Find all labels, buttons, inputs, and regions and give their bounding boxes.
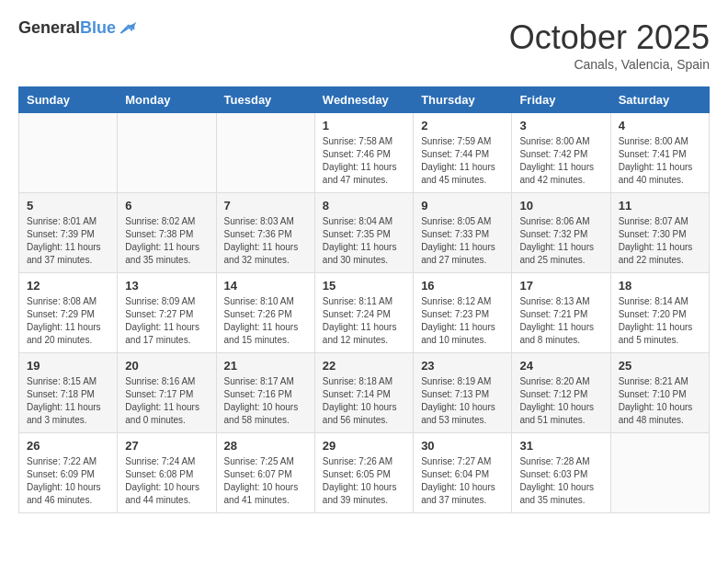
- day-number: 22: [323, 359, 405, 373]
- day-info: Sunrise: 8:00 AMSunset: 7:42 PMDaylight:…: [519, 135, 602, 187]
- logo-text: GeneralBlue: [18, 18, 116, 39]
- calendar-cell: 21Sunrise: 8:17 AMSunset: 7:16 PMDayligh…: [216, 353, 314, 433]
- day-info: Sunrise: 7:58 AMSunset: 7:46 PMDaylight:…: [323, 135, 405, 187]
- day-number: 11: [619, 199, 701, 213]
- day-info: Sunrise: 8:04 AMSunset: 7:35 PMDaylight:…: [323, 215, 405, 267]
- day-number: 5: [27, 199, 109, 213]
- day-info: Sunrise: 8:18 AMSunset: 7:14 PMDaylight:…: [323, 375, 405, 427]
- calendar-cell: 15Sunrise: 8:11 AMSunset: 7:24 PMDayligh…: [314, 273, 413, 353]
- calendar-cell: 25Sunrise: 8:21 AMSunset: 7:10 PMDayligh…: [610, 353, 709, 433]
- day-number: 28: [224, 439, 307, 453]
- calendar-cell: 17Sunrise: 8:13 AMSunset: 7:21 PMDayligh…: [512, 273, 610, 353]
- day-info: Sunrise: 8:13 AMSunset: 7:21 PMDaylight:…: [519, 295, 602, 347]
- day-number: 21: [224, 359, 307, 373]
- day-number: 20: [125, 359, 208, 373]
- calendar-cell: [19, 113, 118, 193]
- day-number: 9: [421, 199, 504, 213]
- day-number: 16: [421, 279, 504, 293]
- calendar-cell: 29Sunrise: 7:26 AMSunset: 6:05 PMDayligh…: [314, 433, 413, 513]
- day-number: 26: [27, 439, 109, 453]
- calendar-cell: 22Sunrise: 8:18 AMSunset: 7:14 PMDayligh…: [314, 353, 413, 433]
- day-number: 6: [125, 199, 208, 213]
- day-number: 31: [519, 439, 602, 453]
- calendar-cell: [118, 113, 216, 193]
- weekday-header: Sunday: [19, 87, 118, 113]
- day-number: 10: [519, 199, 602, 213]
- day-info: Sunrise: 8:09 AMSunset: 7:27 PMDaylight:…: [125, 295, 208, 347]
- location-subtitle: Canals, Valencia, Spain: [509, 57, 710, 72]
- calendar-cell: 1Sunrise: 7:58 AMSunset: 7:46 PMDaylight…: [314, 113, 413, 193]
- calendar-cell: [610, 433, 709, 513]
- day-info: Sunrise: 7:28 AMSunset: 6:03 PMDaylight:…: [519, 455, 602, 507]
- calendar-cell: 31Sunrise: 7:28 AMSunset: 6:03 PMDayligh…: [512, 433, 610, 513]
- day-number: 15: [323, 279, 405, 293]
- day-info: Sunrise: 8:10 AMSunset: 7:26 PMDaylight:…: [224, 295, 307, 347]
- day-number: 30: [421, 439, 504, 453]
- calendar-cell: 6Sunrise: 8:02 AMSunset: 7:38 PMDaylight…: [118, 193, 216, 273]
- weekday-header: Saturday: [610, 87, 709, 113]
- weekday-header: Friday: [512, 87, 610, 113]
- day-number: 4: [619, 119, 701, 132]
- day-info: Sunrise: 7:27 AMSunset: 6:04 PMDaylight:…: [421, 455, 504, 507]
- weekday-header: Wednesday: [314, 87, 413, 113]
- day-info: Sunrise: 8:03 AMSunset: 7:36 PMDaylight:…: [224, 215, 307, 267]
- calendar-cell: 14Sunrise: 8:10 AMSunset: 7:26 PMDayligh…: [216, 273, 314, 353]
- calendar-cell: 2Sunrise: 7:59 AMSunset: 7:44 PMDaylight…: [414, 113, 512, 193]
- calendar-cell: 18Sunrise: 8:14 AMSunset: 7:20 PMDayligh…: [610, 273, 709, 353]
- day-info: Sunrise: 8:01 AMSunset: 7:39 PMDaylight:…: [27, 215, 109, 267]
- calendar-week-row: 12Sunrise: 8:08 AMSunset: 7:29 PMDayligh…: [19, 273, 710, 353]
- calendar-cell: 24Sunrise: 8:20 AMSunset: 7:12 PMDayligh…: [512, 353, 610, 433]
- day-info: Sunrise: 7:26 AMSunset: 6:05 PMDaylight:…: [323, 455, 405, 507]
- day-info: Sunrise: 8:00 AMSunset: 7:41 PMDaylight:…: [619, 135, 701, 187]
- day-number: 2: [421, 119, 504, 132]
- calendar-table: SundayMondayTuesdayWednesdayThursdayFrid…: [18, 86, 710, 513]
- calendar-cell: 11Sunrise: 8:07 AMSunset: 7:30 PMDayligh…: [610, 193, 709, 273]
- calendar-cell: 7Sunrise: 8:03 AMSunset: 7:36 PMDaylight…: [216, 193, 314, 273]
- calendar-cell: 3Sunrise: 8:00 AMSunset: 7:42 PMDaylight…: [512, 113, 610, 193]
- logo: GeneralBlue: [18, 18, 136, 39]
- day-number: 24: [519, 359, 602, 373]
- day-number: 23: [421, 359, 504, 373]
- day-number: 17: [519, 279, 602, 293]
- day-number: 27: [125, 439, 208, 453]
- calendar-cell: 23Sunrise: 8:19 AMSunset: 7:13 PMDayligh…: [414, 353, 512, 433]
- day-number: 8: [323, 199, 405, 213]
- day-info: Sunrise: 8:16 AMSunset: 7:17 PMDaylight:…: [125, 375, 208, 427]
- weekday-header: Tuesday: [216, 87, 314, 113]
- calendar-cell: 12Sunrise: 8:08 AMSunset: 7:29 PMDayligh…: [19, 273, 118, 353]
- calendar-week-row: 19Sunrise: 8:15 AMSunset: 7:18 PMDayligh…: [19, 353, 710, 433]
- day-info: Sunrise: 7:25 AMSunset: 6:07 PMDaylight:…: [224, 455, 307, 507]
- calendar-cell: 28Sunrise: 7:25 AMSunset: 6:07 PMDayligh…: [216, 433, 314, 513]
- day-info: Sunrise: 8:02 AMSunset: 7:38 PMDaylight:…: [125, 215, 208, 267]
- day-number: 1: [323, 119, 405, 132]
- title-block: October 2025 Canals, Valencia, Spain: [509, 18, 710, 72]
- weekday-header: Thursday: [414, 87, 512, 113]
- day-number: 7: [224, 199, 307, 213]
- day-info: Sunrise: 7:59 AMSunset: 7:44 PMDaylight:…: [421, 135, 504, 187]
- day-number: 13: [125, 279, 208, 293]
- day-info: Sunrise: 8:06 AMSunset: 7:32 PMDaylight:…: [519, 215, 602, 267]
- calendar-week-row: 26Sunrise: 7:22 AMSunset: 6:09 PMDayligh…: [19, 433, 710, 513]
- calendar-cell: 27Sunrise: 7:24 AMSunset: 6:08 PMDayligh…: [118, 433, 216, 513]
- day-info: Sunrise: 8:14 AMSunset: 7:20 PMDaylight:…: [619, 295, 701, 347]
- day-info: Sunrise: 8:21 AMSunset: 7:10 PMDaylight:…: [619, 375, 701, 427]
- calendar-cell: 5Sunrise: 8:01 AMSunset: 7:39 PMDaylight…: [19, 193, 118, 273]
- day-info: Sunrise: 8:19 AMSunset: 7:13 PMDaylight:…: [421, 375, 504, 427]
- month-title: October 2025: [509, 18, 710, 57]
- calendar-week-row: 1Sunrise: 7:58 AMSunset: 7:46 PMDaylight…: [19, 113, 710, 193]
- weekday-header: Monday: [118, 87, 216, 113]
- calendar-week-row: 5Sunrise: 8:01 AMSunset: 7:39 PMDaylight…: [19, 193, 710, 273]
- calendar-cell: 8Sunrise: 8:04 AMSunset: 7:35 PMDaylight…: [314, 193, 413, 273]
- calendar-cell: 20Sunrise: 8:16 AMSunset: 7:17 PMDayligh…: [118, 353, 216, 433]
- day-info: Sunrise: 8:15 AMSunset: 7:18 PMDaylight:…: [27, 375, 109, 427]
- day-info: Sunrise: 8:11 AMSunset: 7:24 PMDaylight:…: [323, 295, 405, 347]
- calendar-header: SundayMondayTuesdayWednesdayThursdayFrid…: [19, 87, 710, 113]
- page-header: GeneralBlue October 2025 Canals, Valenci…: [18, 18, 710, 72]
- calendar-cell: [216, 113, 314, 193]
- day-number: 18: [619, 279, 701, 293]
- day-number: 25: [619, 359, 701, 373]
- calendar-cell: 4Sunrise: 8:00 AMSunset: 7:41 PMDaylight…: [610, 113, 709, 193]
- day-info: Sunrise: 8:12 AMSunset: 7:23 PMDaylight:…: [421, 295, 504, 347]
- calendar-cell: 19Sunrise: 8:15 AMSunset: 7:18 PMDayligh…: [19, 353, 118, 433]
- day-info: Sunrise: 8:07 AMSunset: 7:30 PMDaylight:…: [619, 215, 701, 267]
